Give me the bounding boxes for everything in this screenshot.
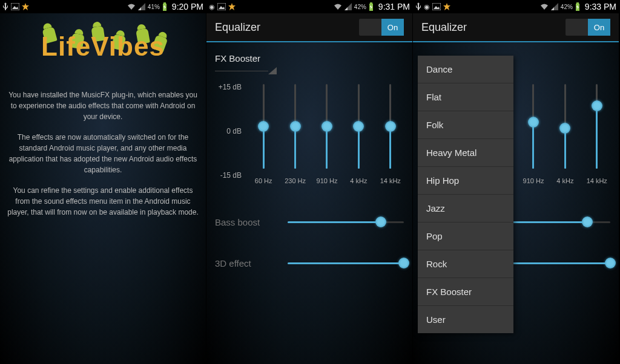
preset-dropdown-menu: DanceFlatFolkHeavy MetalHip HopJazzPopRo… [418, 56, 513, 333]
svg-marker-11 [345, 3, 352, 10]
eq-band-slider[interactable]: 910 Hz [518, 80, 549, 198]
preset-option[interactable]: User [418, 306, 513, 333]
status-time: 9:33 PM [585, 2, 616, 11]
eq-band-slider[interactable]: 230 Hz [280, 80, 311, 198]
star-icon [228, 3, 236, 10]
preset-option[interactable]: Jazz [418, 195, 513, 223]
eq-band-slider[interactable]: 4 kHz [343, 80, 374, 198]
battery-pct: 42% [561, 4, 573, 10]
svg-marker-9 [219, 6, 225, 9]
svg-rect-22 [576, 2, 579, 4]
star-icon [22, 3, 29, 10]
3d-effect-slider[interactable] [288, 257, 404, 269]
usb-icon [2, 2, 8, 11]
screen-equalizer-flat: ◉ 42% 9:31 PM Equalizer On FX Booster +1… [206, 0, 413, 364]
status-bar: 41% 9:20 PM [0, 0, 206, 13]
eq-band-slider[interactable]: 910 Hz [312, 80, 342, 198]
signal-icon [138, 3, 145, 10]
page-title: Equalizer [215, 21, 260, 34]
svg-marker-12 [345, 7, 348, 10]
image-icon [11, 3, 19, 10]
band-frequency-label: 4 kHz [350, 177, 367, 184]
wifi-icon [127, 3, 136, 10]
svg-marker-20 [551, 7, 554, 10]
db-label: 0 dB [213, 127, 242, 135]
svg-marker-17 [434, 6, 440, 9]
eq-band-slider[interactable]: 14 kHz [375, 80, 406, 198]
battery-pct: 41% [148, 4, 160, 10]
svg-marker-10 [228, 3, 236, 10]
equalizer-bands: +15 dB 0 dB -15 dB 60 Hz230 Hz910 Hz4 kH… [206, 74, 412, 201]
band-frequency-label: 910 Hz [523, 177, 544, 184]
preset-option[interactable]: Rock [418, 250, 513, 278]
preset-option[interactable]: Folk [418, 111, 513, 139]
eq-band-slider[interactable]: 14 kHz [582, 80, 612, 198]
status-bar: ◉ 42% 9:33 PM [413, 0, 619, 13]
band-frequency-label: 14 kHz [587, 177, 607, 184]
battery-icon [162, 2, 167, 11]
record-icon: ◉ [209, 3, 215, 11]
star-icon [443, 3, 450, 10]
db-label: +15 dB [213, 83, 242, 91]
band-frequency-label: 230 Hz [285, 177, 306, 184]
svg-marker-2 [22, 3, 29, 10]
app-header: Equalizer On [206, 13, 412, 42]
battery-icon [575, 2, 580, 11]
screen-equalizer-preset-menu: ◉ 42% 9:33 PM Equalizer On FX Booster +1… [413, 0, 619, 364]
3d-effect-label: 3D effect [215, 258, 288, 268]
band-frequency-label: 4 kHz [556, 177, 573, 184]
preset-option[interactable]: Hip Hop [418, 167, 513, 195]
app-header: Equalizer On [413, 13, 619, 42]
signal-icon [551, 3, 558, 10]
wifi-icon [540, 3, 549, 10]
app-logo: LifeVibes [0, 31, 206, 80]
preset-option[interactable]: Flat [418, 83, 513, 111]
eq-band-slider[interactable]: 4 kHz [550, 80, 580, 198]
screen-lifevibes: 41% 9:20 PM LifeVibes You have installed… [0, 0, 206, 364]
info-paragraph-3: You can refine the settings and enable a… [0, 175, 206, 218]
svg-marker-18 [443, 3, 450, 10]
preset-option[interactable]: Heavy Metal [418, 139, 513, 167]
preset-selector[interactable]: FX Booster [206, 42, 412, 67]
preset-option[interactable]: Pop [418, 223, 513, 250]
record-icon: ◉ [424, 3, 430, 11]
battery-pct: 42% [354, 4, 366, 10]
image-icon [432, 3, 441, 10]
bass-boost-slider[interactable] [288, 216, 404, 228]
image-icon [217, 3, 226, 10]
db-label: -15 dB [213, 171, 242, 180]
bass-boost-label: Bass boost [215, 217, 288, 227]
svg-marker-1 [12, 6, 18, 9]
status-time: 9:31 PM [378, 2, 410, 11]
signal-icon [345, 3, 352, 10]
svg-marker-4 [138, 7, 141, 10]
page-title: Equalizer [421, 21, 467, 34]
status-time: 9:20 PM [172, 2, 203, 11]
preset-option[interactable]: Dance [418, 56, 513, 83]
usb-icon [415, 2, 421, 11]
preset-option[interactable]: FX Booster [418, 278, 513, 306]
wifi-icon [334, 3, 342, 10]
eq-band-slider[interactable]: 60 Hz [248, 80, 279, 198]
status-bar: ◉ 42% 9:31 PM [206, 0, 412, 13]
equalizer-toggle[interactable]: On [566, 19, 610, 36]
band-frequency-label: 910 Hz [317, 177, 338, 184]
svg-marker-19 [551, 3, 558, 10]
chevron-down-icon[interactable] [268, 67, 277, 74]
info-paragraph-2: The effects are now automatically switch… [0, 122, 206, 175]
battery-icon [369, 2, 374, 11]
equalizer-toggle[interactable]: On [359, 19, 404, 36]
band-frequency-label: 14 kHz [380, 177, 401, 184]
svg-rect-6 [163, 2, 166, 4]
info-paragraph-1: You have installed the MusicFX plug-in, … [0, 80, 206, 122]
svg-rect-14 [370, 2, 372, 4]
band-frequency-label: 60 Hz [255, 177, 272, 184]
